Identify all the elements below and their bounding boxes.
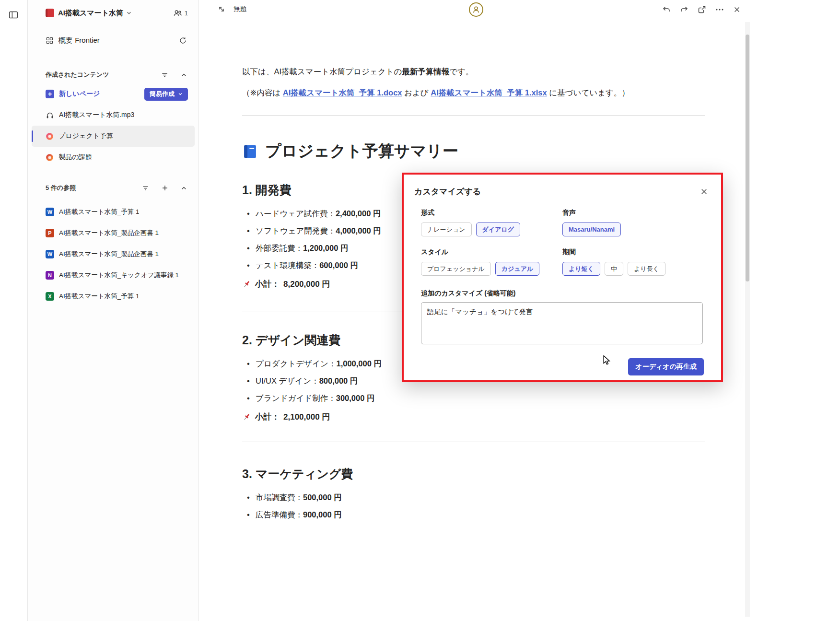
panel-toggle-icon xyxy=(8,10,20,20)
document-title-text: プロジェクト予算サマリー xyxy=(265,141,458,162)
reference-label: AI搭載スマート水筒_製品企画書 1 xyxy=(59,229,159,237)
new-page-row: + 新しいページ 簡易作成 xyxy=(28,83,198,105)
style-option-professional[interactable]: プロフェッショナル xyxy=(421,262,491,276)
sidebar-item-product-issues[interactable]: 製品の課題 xyxy=(32,147,195,168)
close-button[interactable] xyxy=(733,5,741,14)
overview-label: 概要 Frontier xyxy=(58,36,100,45)
share-button[interactable] xyxy=(697,5,707,14)
item-amount: 1,000,000 円 xyxy=(336,359,382,368)
avatar[interactable] xyxy=(469,2,483,17)
reference-item[interactable]: W AI搭載スマート水筒_製品企画書 1 xyxy=(28,244,198,265)
divider xyxy=(242,115,705,116)
quick-create-button[interactable]: 簡易作成 xyxy=(144,88,188,101)
word-file-icon: W xyxy=(46,250,54,258)
collapse-section-button[interactable] xyxy=(180,184,188,192)
redo-button[interactable] xyxy=(679,5,689,14)
undo-button[interactable] xyxy=(662,5,671,14)
item-label: 市場調査費： xyxy=(256,493,303,502)
item-amount: 600,000 円 xyxy=(319,261,358,269)
style-label: スタイル xyxy=(421,248,562,257)
document-title: プロジェクト予算サマリー xyxy=(242,141,705,162)
sidebar-item-overview[interactable]: 概要 Frontier xyxy=(28,30,198,51)
workspace-title: AI搭載スマート水筒 xyxy=(58,9,123,18)
collapse-section-button[interactable] xyxy=(180,71,188,79)
format-option-dialog[interactable]: ダイアログ xyxy=(476,223,521,236)
subtotal-amount: 8,200,000 円 xyxy=(283,279,330,290)
item-label: プロダクトデザイン： xyxy=(256,359,336,368)
item-label: 外部委託費： xyxy=(256,244,303,252)
more-icon xyxy=(715,5,724,14)
item-amount: 800,000 円 xyxy=(319,376,358,385)
voice-option-masaru-nanami[interactable]: Masaru/Nanami xyxy=(562,223,621,236)
people-icon xyxy=(173,9,182,18)
share-icon xyxy=(697,5,707,14)
source-note: （※内容は AI搭載スマート水筒_予算 1.docx および AI搭載スマート水… xyxy=(242,86,705,99)
item-label: 広告準備費： xyxy=(256,510,303,519)
plus-icon xyxy=(162,185,168,191)
more-options-button[interactable] xyxy=(715,5,724,14)
loop-page-icon xyxy=(46,153,54,162)
list-item: 市場調査費：500,000 円 xyxy=(242,489,705,506)
powerpoint-file-icon: P xyxy=(46,229,54,237)
item-amount: 500,000 円 xyxy=(303,493,342,502)
item-amount: 300,000 円 xyxy=(336,394,375,402)
length-option-longer[interactable]: より長く xyxy=(628,262,665,276)
filter-button[interactable] xyxy=(160,70,169,80)
reference-item[interactable]: W AI搭載スマート水筒_予算 1 xyxy=(28,201,198,223)
pushpin-icon xyxy=(242,412,251,422)
workspace-header[interactable]: AI搭載スマート水筒 1 xyxy=(28,0,198,26)
refresh-button[interactable] xyxy=(178,35,188,46)
item-amount: 900,000 円 xyxy=(303,510,342,519)
grid-icon xyxy=(46,36,54,45)
regenerate-audio-button[interactable]: オーディオの再生成 xyxy=(628,358,704,375)
xlsx-link[interactable]: AI搭載スマート水筒_予算 1.xlsx xyxy=(431,88,547,97)
format-option-narration[interactable]: ナレーション xyxy=(421,223,472,236)
item-label: ブランドガイド制作： xyxy=(256,394,336,402)
new-page-button[interactable]: 新しいページ xyxy=(59,90,100,98)
add-page-icon[interactable]: + xyxy=(46,90,54,98)
length-option-medium[interactable]: 中 xyxy=(605,262,623,276)
custom-instructions-input[interactable]: 語尾に「マッチョ」をつけて発言 xyxy=(421,302,703,344)
sidebar-item-label: AI搭載スマート水筒.mp3 xyxy=(59,111,134,119)
style-option-casual[interactable]: カジュアル xyxy=(495,262,540,276)
reference-item[interactable]: N AI搭載スマート水筒_キックオフ議事録 1 xyxy=(28,265,198,286)
reference-label: AI搭載スマート水筒_製品企画書 1 xyxy=(59,250,159,258)
subtotal-amount: 2,100,000 円 xyxy=(283,411,330,422)
created-content-section-header: 作成されたコンテンツ xyxy=(28,66,198,83)
item-label: UI/UX デザイン： xyxy=(256,376,319,385)
note-text: （※内容は xyxy=(242,88,283,97)
filter-icon xyxy=(142,185,149,192)
refresh-icon xyxy=(179,36,187,45)
expand-diagonal-icon xyxy=(217,5,226,13)
item-amount: 2,400,000 円 xyxy=(336,209,381,218)
dialog-close-button[interactable] xyxy=(700,187,709,196)
reference-item[interactable]: X AI搭載スマート水筒_予算 1 xyxy=(28,286,198,307)
reference-item[interactable]: P AI搭載スマート水筒_製品企画書 1 xyxy=(28,223,198,244)
intro-text: です。 xyxy=(449,67,473,76)
sidebar-item-audio[interactable]: AI搭載スマート水筒.mp3 xyxy=(32,105,195,126)
page-title: 無題 xyxy=(233,5,247,13)
expand-button[interactable] xyxy=(217,5,226,13)
note-text: および xyxy=(402,88,431,97)
section-heading-marketing: 3. マーケティング費 xyxy=(242,466,705,482)
add-reference-button[interactable] xyxy=(161,184,169,192)
members-button[interactable]: 1 xyxy=(173,9,188,18)
item-amount: 4,000,000 円 xyxy=(336,226,381,235)
sidebar-item-project-budget[interactable]: プロジェクト予算 xyxy=(32,126,195,147)
onenote-file-icon: N xyxy=(46,271,54,280)
docx-link[interactable]: AI搭載スマート水筒_予算 1.docx xyxy=(283,88,402,97)
sidebar-toggle-button[interactable] xyxy=(8,9,20,21)
scrollbar-thumb[interactable] xyxy=(746,35,749,281)
left-rail xyxy=(0,0,28,621)
chevron-down-icon xyxy=(178,92,183,96)
format-label: 形式 xyxy=(421,209,562,217)
subtotal-label: 小計： xyxy=(255,279,280,290)
item-label: テスト環境構築： xyxy=(256,261,319,269)
person-icon xyxy=(471,5,481,14)
filter-button[interactable] xyxy=(141,184,150,193)
undo-icon xyxy=(662,5,671,14)
length-option-shorter[interactable]: より短く xyxy=(562,262,600,276)
reference-label: AI搭載スマート水筒_キックオフ議事録 1 xyxy=(59,271,179,280)
sidebar-item-label: プロジェクト予算 xyxy=(58,132,113,141)
design-subtotal: 小計：2,100,000 円 xyxy=(242,411,705,422)
